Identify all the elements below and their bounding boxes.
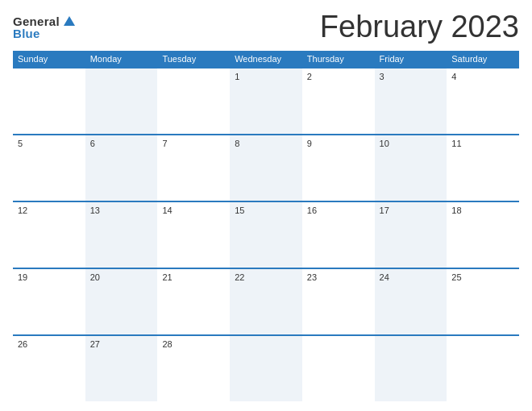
day-cell-w4-wed: 22 (230, 269, 302, 334)
day-cell-w5-sat (447, 336, 519, 401)
weeks: 1 2 3 4 5 6 7 8 9 10 11 12 13 14 15 (13, 67, 519, 401)
day-header-wednesday: Wednesday (230, 51, 302, 67)
day-cell-w2-thu: 9 (302, 135, 375, 201)
logo-triangle-icon (64, 16, 75, 26)
week-row-5: 26 27 28 (13, 334, 519, 401)
day-cell-w5-tue: 28 (157, 336, 230, 401)
day-cell-w2-wed: 8 (230, 135, 302, 201)
day-cell-w2-mon: 6 (85, 135, 158, 201)
header: General Blue February 2023 (13, 10, 519, 44)
day-cell-w3-sat: 18 (447, 202, 519, 268)
week-row-2: 5 6 7 8 9 10 11 (13, 134, 519, 201)
day-cell-w5-sun: 26 (13, 336, 85, 401)
day-cell-w1-mon (85, 68, 158, 134)
day-cell-w4-mon: 20 (85, 269, 158, 334)
day-cell-w3-wed: 15 (230, 202, 302, 268)
day-cell-w1-sat: 4 (447, 68, 519, 134)
day-cell-w2-sat: 11 (447, 135, 519, 201)
day-cell-w1-fri: 3 (375, 68, 447, 134)
day-cell-w2-tue: 7 (157, 135, 230, 201)
calendar: Sunday Monday Tuesday Wednesday Thursday… (13, 51, 519, 401)
day-cell-w4-tue: 21 (157, 269, 230, 334)
day-cell-w5-mon: 27 (85, 336, 158, 401)
day-header-monday: Monday (85, 51, 158, 67)
page: General Blue February 2023 Sunday Monday… (0, 0, 532, 411)
day-header-friday: Friday (375, 51, 447, 67)
day-cell-w5-fri (375, 336, 447, 401)
day-cell-w4-sat: 25 (447, 269, 519, 334)
svg-marker-0 (64, 16, 75, 26)
day-cell-w3-sun: 12 (13, 202, 85, 268)
day-cell-w3-mon: 13 (85, 202, 158, 268)
week-row-4: 19 20 21 22 23 24 25 (13, 268, 519, 334)
day-header-sunday: Sunday (13, 51, 85, 67)
day-cell-w4-thu: 23 (302, 269, 375, 334)
week-row-3: 12 13 14 15 16 17 18 (13, 201, 519, 268)
day-cell-w5-thu (302, 336, 375, 401)
week-row-1: 1 2 3 4 (13, 67, 519, 134)
day-headers-row: Sunday Monday Tuesday Wednesday Thursday… (13, 51, 519, 67)
logo: General Blue (13, 15, 75, 39)
logo-general-text: General (13, 15, 60, 27)
day-cell-w3-thu: 16 (302, 202, 375, 268)
day-header-saturday: Saturday (447, 51, 519, 67)
day-cell-w5-wed (230, 336, 302, 401)
day-cell-w1-tue (157, 68, 230, 134)
day-cell-w2-sun: 5 (13, 135, 85, 201)
logo-blue-line: Blue (13, 27, 75, 39)
day-cell-w1-thu: 2 (302, 68, 375, 134)
day-cell-w4-fri: 24 (375, 269, 447, 334)
day-cell-w1-sun (13, 68, 85, 134)
day-cell-w4-sun: 19 (13, 269, 85, 334)
day-header-thursday: Thursday (302, 51, 375, 67)
day-cell-w1-wed: 1 (230, 68, 302, 134)
logo-blue-text: Blue (13, 27, 40, 39)
month-title: February 2023 (320, 10, 519, 44)
day-header-tuesday: Tuesday (157, 51, 230, 67)
day-cell-w2-fri: 10 (375, 135, 447, 201)
day-cell-w3-fri: 17 (375, 202, 447, 268)
logo-general-line: General (13, 15, 75, 27)
day-cell-w3-tue: 14 (157, 202, 230, 268)
